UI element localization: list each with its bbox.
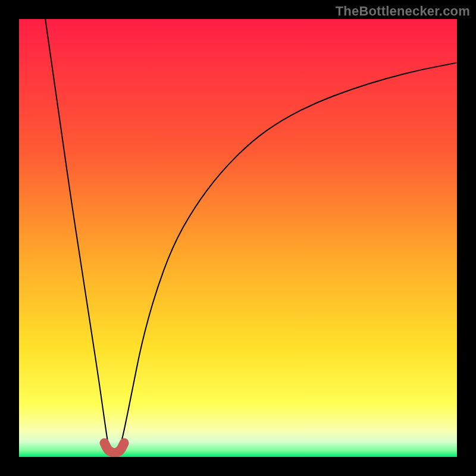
plot-area: [19, 19, 457, 457]
series-right-branch: [120, 63, 457, 449]
curve-layer: [19, 19, 457, 457]
series-bottom-arc: [105, 443, 124, 453]
series-left-branch: [45, 19, 109, 448]
watermark-text: TheBottlenecker.com: [336, 4, 470, 19]
chart-frame: TheBottlenecker.com: [0, 0, 476, 476]
